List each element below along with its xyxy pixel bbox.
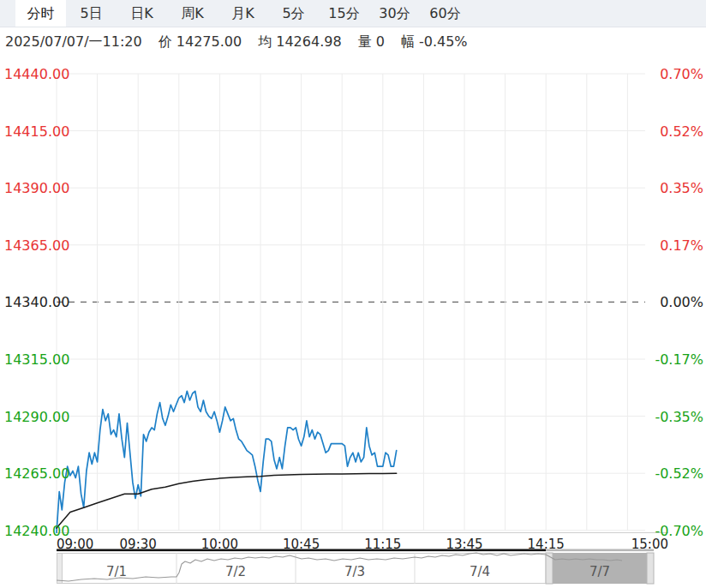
nav-day-label-selected[interactable]: 7/7	[589, 564, 610, 579]
x-axis-label: 09:30	[120, 537, 157, 552]
y-axis-left-label: 14340.00	[4, 294, 69, 310]
x-axis-label: 09:00	[57, 537, 93, 552]
y-axis-left-label: 14315.00	[4, 351, 69, 368]
y-axis-right-label: -0.52%	[655, 465, 703, 482]
x-axis-label: 11:15	[364, 537, 401, 552]
x-axis-label: 13:45	[446, 537, 482, 552]
nav-day-label[interactable]: 7/1	[106, 564, 127, 579]
x-axis-label: 14:15	[528, 537, 565, 552]
y-axis-right-label: 0.00%	[660, 294, 703, 310]
nav-sparkline	[57, 553, 622, 581]
average-line	[57, 473, 397, 528]
x-axis-label: 15:00	[631, 537, 668, 552]
nav-day-label[interactable]: 7/4	[470, 564, 490, 579]
y-axis-left-label: 14440.00	[4, 66, 69, 82]
y-axis-right-label: -0.35%	[655, 408, 703, 424]
nav-day-label[interactable]: 7/2	[225, 564, 246, 579]
y-axis-right-label: 0.35%	[660, 180, 703, 196]
x-axis-label: 10:00	[201, 537, 238, 552]
y-axis-right-label: 0.17%	[660, 237, 703, 253]
nav-day-label[interactable]: 7/3	[344, 564, 365, 579]
y-axis-left-label: 14390.00	[4, 180, 69, 196]
y-axis-right-label: 0.52%	[660, 123, 703, 139]
y-axis-left-label: 14265.00	[4, 465, 69, 482]
x-axis-label: 10:45	[283, 537, 320, 552]
app-window: 分时5日日K周K月K5分15分30分60分 2025/07/07/一11:20 …	[0, 0, 706, 588]
y-axis-right-label: -0.17%	[655, 351, 703, 368]
intraday-chart-canvas[interactable]	[0, 0, 706, 588]
nav-selection-handle-right[interactable]	[647, 553, 654, 584]
y-axis-right-label: 0.70%	[660, 66, 703, 82]
y-axis-left-label: 14365.00	[4, 237, 69, 253]
y-axis-left-label: 14415.00	[4, 123, 69, 139]
price-line	[57, 391, 397, 532]
nav-left-edge-handle[interactable]	[57, 554, 63, 584]
y-axis-left-label: 14290.00	[4, 408, 69, 424]
